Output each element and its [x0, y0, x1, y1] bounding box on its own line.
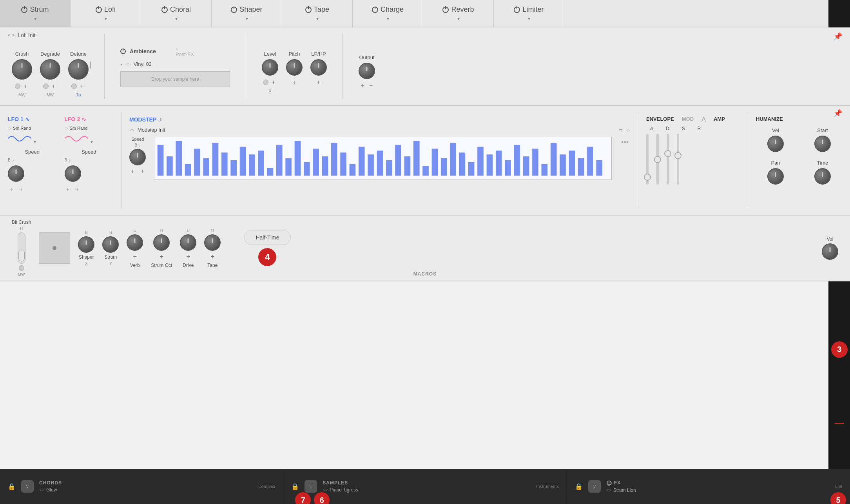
- verb-plus[interactable]: +: [132, 252, 138, 261]
- preset-nav-arrows[interactable]: < >: [8, 33, 14, 38]
- envelope-label: ENVELOPE: [646, 116, 674, 122]
- strum-oct-plus[interactable]: +: [158, 252, 165, 261]
- level-plus[interactable]: +: [270, 78, 277, 87]
- drive-plus[interactable]: +: [185, 252, 192, 261]
- degrade-knob[interactable]: [40, 59, 60, 80]
- decay-slider[interactable]: [656, 134, 659, 189]
- detune-mod-btn[interactable]: [71, 83, 77, 89]
- lfo1-plus-r[interactable]: +: [18, 185, 24, 194]
- lphp-knob[interactable]: [310, 59, 327, 76]
- lphp-plus[interactable]: +: [315, 78, 322, 87]
- lfo2-wave-chevron[interactable]: ▾: [91, 139, 93, 145]
- tab-strum-chevron: ▾: [34, 16, 36, 22]
- waveform-display[interactable]: [154, 137, 612, 180]
- attack-slider[interactable]: [646, 134, 649, 189]
- detune-plus[interactable]: +: [78, 82, 85, 91]
- tab-limiter[interactable]: Limiter ▾: [494, 0, 564, 27]
- degrade-plus[interactable]: +: [50, 82, 57, 91]
- samples-tag: Instruments: [536, 484, 558, 489]
- tab-tape[interactable]: Tape ▾: [282, 0, 353, 27]
- output-plus-l[interactable]: +: [359, 82, 366, 90]
- fx-preset-name: Strum Lion: [613, 488, 636, 493]
- ambience-power[interactable]: [120, 49, 126, 54]
- pitch-knob[interactable]: [286, 59, 303, 76]
- output-label: Output: [359, 54, 374, 60]
- fx-power-icon[interactable]: ⏻: [606, 480, 612, 486]
- tab-reverb[interactable]: Reverb ▾: [423, 0, 494, 27]
- tab-choral[interactable]: Choral ▾: [141, 0, 212, 27]
- lfo1-plus-l[interactable]: +: [8, 185, 14, 194]
- pan-knob[interactable]: [767, 168, 784, 185]
- crush-knob-group: Crush + MW: [12, 51, 32, 97]
- drive-macro-knob[interactable]: [180, 234, 196, 251]
- crush-mod-btn[interactable]: [15, 83, 20, 89]
- tab-strum[interactable]: Strum ▾: [0, 0, 71, 27]
- lfo2-plus-r[interactable]: +: [74, 185, 81, 194]
- svg-rect-22: [349, 164, 355, 176]
- modstep-dots-btn[interactable]: •••: [620, 137, 630, 180]
- bit-crush-label: Bit Crush: [12, 219, 31, 225]
- lfo2-sm-rand-label: Sm Rand: [70, 126, 88, 131]
- detune-knob[interactable]: [68, 59, 89, 80]
- lfo2-speed-knob[interactable]: [65, 165, 81, 182]
- fx-dice-icon[interactable]: ∵: [588, 480, 601, 493]
- lfo2-plus-l[interactable]: +: [65, 185, 71, 194]
- time-knob-group: Time: [803, 160, 842, 185]
- tape-plus[interactable]: +: [209, 252, 216, 261]
- modstep-play-btn[interactable]: ▷: [627, 127, 630, 133]
- level-mod-btn[interactable]: [263, 80, 268, 85]
- lfo2-play-btn[interactable]: ▷: [65, 125, 68, 131]
- output-knob[interactable]: [359, 63, 375, 79]
- samples-dice-icon[interactable]: ∵: [304, 480, 317, 493]
- time-knob[interactable]: [814, 168, 831, 185]
- tab-shaper-chevron: ▾: [246, 16, 248, 22]
- chords-dice-icon[interactable]: ∵: [21, 480, 34, 493]
- chords-preset: <> Glow: [39, 487, 62, 493]
- level-knob[interactable]: [262, 59, 278, 76]
- crush-plus[interactable]: +: [22, 82, 29, 91]
- fx-chevron[interactable]: <>: [606, 488, 612, 493]
- lfo1-speed-knob[interactable]: [8, 165, 24, 182]
- svg-rect-20: [331, 143, 337, 176]
- degrade-mod-btn[interactable]: [43, 83, 49, 89]
- pitch-plus[interactable]: +: [291, 78, 297, 87]
- release-slider[interactable]: [677, 134, 679, 189]
- pin-icon-1[interactable]: 📌: [834, 32, 842, 41]
- output-plus-r[interactable]: +: [368, 82, 374, 90]
- chords-chevron[interactable]: <>: [39, 487, 45, 493]
- strum-oct-macro-knob[interactable]: [153, 234, 170, 251]
- sustain-slider[interactable]: [667, 134, 669, 189]
- bit-crush-mod-btn[interactable]: [19, 265, 24, 271]
- tab-lofi[interactable]: Lofi ▾: [71, 0, 141, 27]
- tab-charge[interactable]: Charge ▾: [353, 0, 423, 27]
- gray-pad[interactable]: [39, 232, 70, 264]
- samples-lock-icon[interactable]: 🔒: [291, 483, 299, 490]
- fx-lock-icon[interactable]: 🔒: [575, 483, 583, 490]
- adsr-r: R: [698, 126, 701, 131]
- svg-rect-6: [203, 158, 209, 176]
- modstep-shuffle-btn[interactable]: ⇆: [619, 127, 623, 133]
- bit-crush-slider[interactable]: [18, 232, 25, 264]
- samples-chevron[interactable]: <>: [323, 487, 328, 493]
- modstep-speed-knob[interactable]: [129, 149, 146, 165]
- drop-zone[interactable]: Drop your sample here: [120, 71, 230, 87]
- lfo1-play-btn[interactable]: ▷: [8, 125, 11, 131]
- tape-macro-knob[interactable]: [204, 234, 221, 251]
- tab-limiter-label: Limiter: [522, 5, 544, 14]
- tab-shaper[interactable]: Shaper ▾: [212, 0, 282, 27]
- strum-macro-knob[interactable]: [102, 236, 119, 253]
- vol-knob[interactable]: [822, 243, 838, 260]
- shaper-macro-knob[interactable]: [78, 236, 94, 253]
- vel-knob[interactable]: [767, 136, 784, 152]
- halftime-button[interactable]: Half-Time: [244, 230, 290, 245]
- pin-icon-2[interactable]: 📌: [834, 109, 842, 118]
- lfo1-wave-chevron[interactable]: ▾: [34, 139, 36, 145]
- modstep-plus-r[interactable]: +: [139, 167, 146, 176]
- crush-knob[interactable]: [12, 59, 32, 80]
- lfo2-speed-label: Speed: [65, 149, 114, 155]
- modstep-plus-l[interactable]: +: [129, 167, 136, 176]
- chords-lock-icon[interactable]: 🔒: [8, 483, 16, 490]
- verb-macro-knob[interactable]: [127, 234, 143, 251]
- start-knob[interactable]: [814, 136, 831, 152]
- samples-info: SAMPLES <> Piano Tigress: [323, 480, 358, 493]
